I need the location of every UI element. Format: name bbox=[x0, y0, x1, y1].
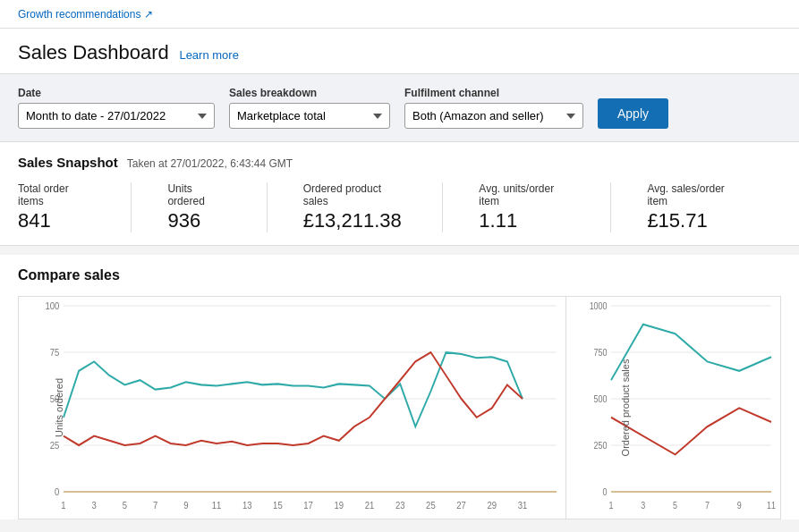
page-header: Sales Dashboard Learn more bbox=[0, 29, 799, 74]
chart1-y-label: Units ordered bbox=[54, 378, 64, 437]
learn-more-link[interactable]: Learn more bbox=[179, 48, 238, 62]
svg-text:75: 75 bbox=[50, 348, 60, 358]
svg-text:1: 1 bbox=[609, 500, 614, 511]
svg-text:5: 5 bbox=[123, 500, 128, 510]
snapshot-title: Sales Snapshot bbox=[18, 155, 118, 170]
charts-row: Units ordered 100 75 50 25 0 1 3 5 7 9 bbox=[18, 296, 781, 519]
svg-text:25: 25 bbox=[50, 441, 60, 451]
snapshot-section: Sales Snapshot Taken at 27/01/2022, 6:43… bbox=[0, 142, 799, 246]
metric-item-2: Ordered product sales £13,211.38 bbox=[303, 182, 444, 232]
date-select[interactable]: Month to date - 27/01/2022TodayYesterday… bbox=[18, 103, 215, 129]
svg-text:250: 250 bbox=[594, 441, 608, 452]
compare-section: Compare sales Units ordered 100 75 50 25… bbox=[0, 255, 799, 519]
svg-text:7: 7 bbox=[705, 500, 710, 511]
svg-text:7: 7 bbox=[153, 500, 158, 510]
svg-text:11: 11 bbox=[212, 500, 222, 510]
svg-text:100: 100 bbox=[45, 301, 59, 311]
metric-value-1: 936 bbox=[167, 209, 230, 232]
metric-value-4: £15.71 bbox=[647, 209, 745, 232]
date-filter-group: Date Month to date - 27/01/2022TodayYest… bbox=[18, 87, 215, 129]
breadcrumb-bar: Growth recommendations ↗ bbox=[0, 0, 799, 29]
svg-text:15: 15 bbox=[273, 500, 283, 510]
breakdown-label: Sales breakdown bbox=[229, 87, 390, 99]
svg-text:29: 29 bbox=[488, 500, 497, 510]
chart2-y-label: Ordered product sales bbox=[620, 359, 631, 457]
svg-text:500: 500 bbox=[594, 394, 608, 405]
chart1-svg: 100 75 50 25 0 1 3 5 7 9 11 13 15 17 19 … bbox=[64, 306, 557, 492]
fulfilment-label: Fulfilment channel bbox=[404, 87, 583, 99]
svg-text:750: 750 bbox=[594, 348, 608, 359]
apply-button[interactable]: Apply bbox=[598, 98, 668, 129]
metric-label-2: Ordered product sales bbox=[303, 182, 407, 207]
metric-item-0: Total order items 841 bbox=[18, 182, 132, 232]
snapshot-taken-at: Taken at 27/01/2022, 6:43:44 GMT bbox=[127, 157, 293, 170]
chart2-svg: 1000 750 500 250 0 1 3 5 7 9 11 bbox=[611, 306, 771, 492]
metric-label-0: Total order items bbox=[18, 182, 95, 207]
svg-text:23: 23 bbox=[395, 500, 405, 510]
page-title: Sales Dashboard bbox=[18, 41, 169, 63]
metric-label-1: Units ordered bbox=[167, 182, 230, 207]
svg-text:27: 27 bbox=[456, 500, 466, 510]
metric-value-3: 1.11 bbox=[479, 209, 574, 232]
filters-bar: Date Month to date - 27/01/2022TodayYest… bbox=[0, 74, 799, 142]
svg-text:9: 9 bbox=[183, 500, 189, 510]
snapshot-metrics: Total order items 841 Units ordered 936 … bbox=[18, 182, 781, 232]
units-ordered-chart: Units ordered 100 75 50 25 0 1 3 5 7 9 bbox=[18, 296, 566, 519]
svg-text:1000: 1000 bbox=[590, 301, 608, 312]
breakdown-select[interactable]: Marketplace totalASINSKU bbox=[229, 103, 390, 129]
metric-label-4: Avg. sales/order item bbox=[647, 182, 745, 207]
snapshot-title-row: Sales Snapshot Taken at 27/01/2022, 6:43… bbox=[18, 155, 781, 170]
metric-item-3: Avg. units/order item 1.11 bbox=[479, 182, 611, 232]
svg-text:21: 21 bbox=[365, 500, 375, 510]
metric-value-2: £13,211.38 bbox=[303, 209, 407, 232]
svg-text:11: 11 bbox=[767, 500, 776, 511]
metric-item-1: Units ordered 936 bbox=[167, 182, 267, 232]
breakdown-filter-group: Sales breakdown Marketplace totalASINSKU bbox=[229, 87, 390, 129]
svg-text:9: 9 bbox=[737, 500, 742, 511]
svg-text:17: 17 bbox=[303, 500, 313, 510]
fulfilment-select[interactable]: Both (Amazon and seller)AmazonSeller bbox=[404, 103, 583, 129]
svg-text:31: 31 bbox=[518, 500, 528, 510]
metric-value-0: 841 bbox=[18, 209, 95, 232]
svg-text:19: 19 bbox=[335, 500, 344, 510]
svg-text:25: 25 bbox=[426, 500, 436, 510]
metric-label-3: Avg. units/order item bbox=[479, 182, 574, 207]
fulfilment-filter-group: Fulfilment channel Both (Amazon and sell… bbox=[404, 87, 583, 129]
ordered-product-sales-chart: Ordered product sales 1000 750 500 250 0… bbox=[566, 296, 781, 519]
compare-title: Compare sales bbox=[18, 267, 781, 283]
svg-text:13: 13 bbox=[242, 500, 252, 510]
svg-text:3: 3 bbox=[92, 500, 98, 510]
date-label: Date bbox=[18, 87, 215, 99]
svg-text:0: 0 bbox=[55, 487, 60, 497]
metric-item-4: Avg. sales/order item £15.71 bbox=[647, 182, 781, 232]
breadcrumb-link[interactable]: Growth recommendations ↗ bbox=[18, 8, 153, 21]
svg-text:0: 0 bbox=[603, 487, 608, 498]
svg-text:1: 1 bbox=[61, 500, 66, 510]
svg-text:5: 5 bbox=[673, 500, 677, 511]
svg-text:3: 3 bbox=[641, 500, 645, 511]
